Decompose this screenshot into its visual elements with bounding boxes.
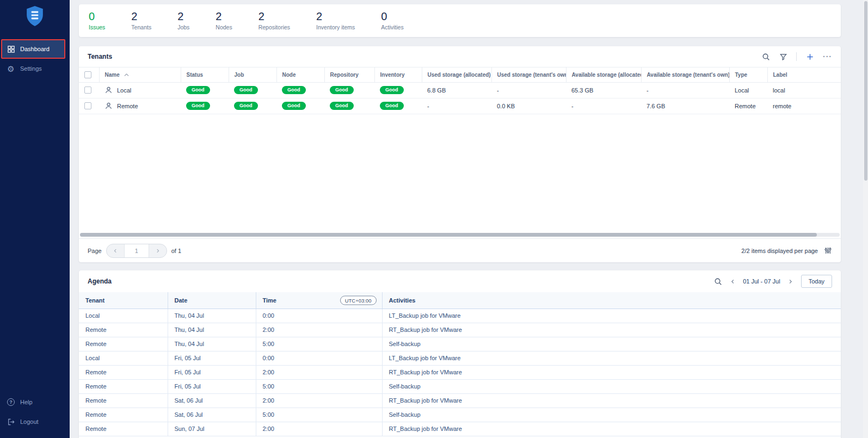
previous-page-button[interactable] (107, 244, 124, 257)
column-header-date: Date (168, 292, 256, 309)
tenant-row[interactable]: Remote Good Good Good Good Good - 0.0 KB… (79, 98, 841, 114)
today-button[interactable]: Today (801, 275, 832, 288)
previous-week-icon[interactable] (729, 277, 736, 285)
stat-label: Tenants (131, 24, 151, 30)
table-settings-icon[interactable] (823, 246, 832, 255)
column-header-node[interactable]: Node (276, 67, 324, 82)
row-select-cell (79, 98, 99, 114)
agenda-time-cell: 0:00 (256, 309, 382, 323)
agenda-time-cell: 2:00 (256, 365, 382, 379)
agenda-row[interactable]: Local Fri, 05 Jul 0:00 LT_Backup job for… (79, 351, 841, 365)
available-own-cell: - (641, 82, 729, 98)
column-header-used-allocated[interactable]: Used storage (allocated) (422, 67, 491, 82)
agenda-row[interactable]: Remote Sat, 06 Jul 2:00 RT_Backup job fo… (79, 393, 841, 408)
tenant-name[interactable]: Remote (117, 103, 138, 109)
tenant-icon (104, 86, 113, 94)
column-header-used-own[interactable]: Used storage (tenant's own) (491, 67, 566, 82)
tenant-icon (104, 102, 113, 110)
horizontal-scrollbar-thumb[interactable] (80, 233, 817, 237)
stat-repositories[interactable]: 2 Repositories (258, 11, 290, 30)
column-header-time: Time UTC+03:00 (256, 292, 382, 309)
column-header-inventory[interactable]: Inventory (374, 67, 422, 82)
stat-nodes[interactable]: 2 Nodes (216, 11, 232, 30)
row-checkbox[interactable] (84, 87, 91, 94)
stat-activities[interactable]: 0 Activities (381, 11, 403, 30)
column-header-name[interactable]: Name (99, 67, 181, 82)
column-label: Type (735, 72, 748, 78)
column-header-job[interactable]: Job (229, 67, 276, 82)
column-label: Activities (389, 297, 416, 304)
current-page-input[interactable]: 1 (124, 244, 149, 257)
stat-value: 2 (258, 11, 290, 22)
horizontal-scrollbar[interactable] (80, 233, 840, 237)
agenda-tenant-cell: Local (79, 351, 168, 365)
column-header-available-allocated[interactable]: Available storage (allocated) (566, 67, 641, 82)
agenda-date-cell: Sat, 06 Jul (168, 408, 256, 422)
used-allocated-cell: 6.8 GB (422, 82, 491, 98)
stat-issues[interactable]: 0 Issues (89, 11, 105, 30)
tenant-name[interactable]: Local (117, 87, 131, 94)
sidebar-item-label: Dashboard (20, 46, 50, 52)
agenda-row[interactable]: Remote Fri, 05 Jul 2:00 RT_Backup job fo… (79, 365, 841, 379)
add-tenant-icon[interactable] (805, 52, 814, 61)
stat-value: 0 (381, 11, 403, 22)
sidebar-nav: Dashboard ⚙ Settings (0, 39, 70, 78)
filter-icon[interactable] (779, 52, 787, 61)
agenda-tenant-cell: Remote (79, 422, 168, 436)
page-scrollbar-thumb[interactable] (864, 1, 867, 181)
agenda-activity-cell: Self-backup (382, 379, 841, 393)
column-header-type[interactable]: Type (729, 67, 767, 82)
agenda-table: Tenant Date Time UTC+03:00 Activities Lo… (79, 292, 841, 436)
agenda-time-cell: 5:00 (256, 408, 382, 422)
stat-jobs[interactable]: 2 Jobs (177, 11, 189, 30)
agenda-row[interactable]: Remote Thu, 04 Jul 5:00 Self-backup (79, 337, 841, 351)
page-controls: 1 (106, 244, 167, 258)
select-all-checkbox[interactable] (84, 71, 91, 78)
column-header-status[interactable]: Status (181, 67, 229, 82)
stat-value: 2 (177, 11, 189, 22)
agenda-header-row: Tenant Date Time UTC+03:00 Activities (79, 292, 841, 309)
agenda-row[interactable]: Remote Fri, 05 Jul 5:00 Self-backup (79, 379, 841, 393)
status-badge: Good (380, 102, 404, 110)
agenda-date-cell: Sun, 07 Jul (168, 422, 256, 436)
column-label: Node (282, 72, 296, 78)
agenda-row[interactable]: Local Thu, 04 Jul 0:00 LT_Backup job for… (79, 309, 841, 323)
agenda-time-cell: 2:00 (256, 393, 382, 408)
inventory-cell: Good (374, 82, 422, 98)
tenant-row[interactable]: Local Good Good Good Good Good 6.8 GB - … (79, 82, 841, 98)
stat-value: 0 (89, 11, 105, 22)
column-header-label[interactable]: Label (767, 67, 841, 82)
sidebar-bottom: ? Help Logout (0, 392, 70, 438)
sidebar-item-help[interactable]: ? Help (0, 392, 70, 412)
dashboard-grid-icon (7, 45, 15, 53)
search-icon[interactable] (713, 277, 722, 286)
stat-inventory-items[interactable]: 2 Inventory items (316, 11, 355, 30)
more-options-icon[interactable]: ··· (823, 52, 832, 61)
status-badge: Good (330, 102, 354, 110)
search-icon[interactable] (761, 52, 770, 61)
row-checkbox[interactable] (84, 102, 91, 109)
used-own-cell: 0.0 KB (491, 98, 566, 114)
status-badge: Good (330, 86, 354, 94)
agenda-activity-cell: Self-backup (382, 408, 841, 422)
sidebar-item-settings[interactable]: ⚙ Settings (0, 59, 70, 78)
column-header-repository[interactable]: Repository (324, 67, 374, 82)
agenda-row[interactable]: Remote Sat, 06 Jul 5:00 Self-backup (79, 408, 841, 422)
page-scrollbar[interactable] (863, 0, 868, 438)
sidebar-item-dashboard[interactable]: Dashboard (1, 39, 65, 59)
next-week-icon[interactable] (787, 277, 795, 285)
app-logo-shield-icon[interactable] (25, 5, 45, 27)
column-label: Used storage (allocated) (428, 72, 491, 78)
stat-label: Issues (89, 24, 105, 30)
status-badge: Good (282, 86, 306, 94)
agenda-row[interactable]: Remote Thu, 04 Jul 2:00 RT_Backup job fo… (79, 323, 841, 337)
job-cell: Good (229, 82, 276, 98)
column-header-available-own[interactable]: Available storage (tenant's own) (641, 67, 729, 82)
repository-cell: Good (324, 98, 374, 114)
next-page-button[interactable] (149, 244, 167, 257)
sidebar-item-logout[interactable]: Logout (0, 412, 70, 431)
agenda-row[interactable]: Remote Sun, 07 Jul 2:00 RT_Backup job fo… (79, 422, 841, 436)
agenda-date-cell: Fri, 05 Jul (168, 351, 256, 365)
stat-tenants[interactable]: 2 Tenants (131, 11, 151, 30)
agenda-date-cell: Thu, 04 Jul (168, 309, 256, 323)
